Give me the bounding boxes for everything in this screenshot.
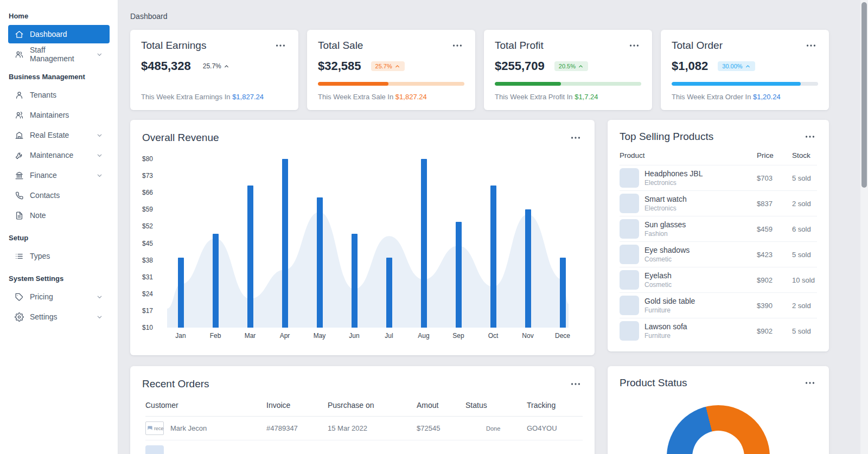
sidebar-item-note[interactable]: Note xyxy=(8,206,110,225)
sidebar-item-tenants[interactable]: Tenants xyxy=(8,86,110,104)
y-axis-tick-label: $31 xyxy=(142,273,153,281)
product-stock: 5 sold xyxy=(792,174,817,182)
progress-bar xyxy=(495,82,641,86)
footer-text: This Week Extra Sale In xyxy=(318,93,393,101)
top-selling-menu-button[interactable] xyxy=(803,130,817,144)
chevron-up-icon xyxy=(224,63,229,69)
sidebar-item-label: Staff Management xyxy=(30,46,90,63)
scrollbar-thumb[interactable] xyxy=(861,2,867,188)
sidebar-item-staff-management[interactable]: Staff Management xyxy=(8,45,110,63)
sidebar-item-dashboard[interactable]: Dashboard xyxy=(8,25,110,43)
product-price: $390 xyxy=(757,302,792,310)
revenue-bar-apr xyxy=(282,159,288,328)
product-info: Gold side tableFurniture xyxy=(644,297,757,314)
finance-icon xyxy=(15,171,24,180)
settings-icon xyxy=(15,312,24,322)
order-row[interactable]: receMark Jecon#478934715 Mar 2022$72545D… xyxy=(145,417,583,440)
product-name: Eyelash xyxy=(644,271,757,280)
product-name: Lawson sofa xyxy=(644,322,757,331)
product-info: Eye shadowsCosmetic xyxy=(644,246,757,263)
product-name: Sun glasses xyxy=(644,220,757,229)
stat-card-menu-button[interactable] xyxy=(627,39,641,53)
product-price: $423 xyxy=(757,251,792,259)
ellipsis-icon xyxy=(275,40,286,52)
revenue-bar-oct xyxy=(490,186,496,328)
maintenance-icon xyxy=(15,151,24,160)
overall-revenue-menu-button[interactable] xyxy=(569,131,583,145)
product-category: Fashion xyxy=(644,230,757,238)
footer-amount: $1,7.24 xyxy=(575,93,598,101)
product-thumbnail xyxy=(620,296,639,315)
product-stock: 10 sold xyxy=(792,276,817,284)
product-row-gold-side-table[interactable]: Gold side tableFurniture$3902 sold xyxy=(620,292,817,318)
product-row-sun-glasses[interactable]: Sun glassesFashion$4596 sold xyxy=(620,216,817,241)
product-thumbnail xyxy=(620,168,639,188)
sidebar-item-maintenance[interactable]: Maintenance xyxy=(8,146,110,164)
stat-card-total-order: Total Order$1,08230.00%This Week Extra O… xyxy=(661,30,829,110)
product-stock: 5 sold xyxy=(792,327,817,335)
y-axis-tick-label: $73 xyxy=(142,172,153,180)
chevron-down-icon xyxy=(96,132,103,139)
sidebar-item-label: Dashboard xyxy=(30,30,67,39)
recent-orders-title: Recent Orders xyxy=(142,378,209,390)
order-customer-cell: receMark Jecon xyxy=(145,421,266,435)
sidebar-section-header-home: Home xyxy=(0,8,118,23)
product-row-eye-shadows[interactable]: Eye shadowsCosmetic$4235 sold xyxy=(620,241,817,267)
product-row-headphones-jbl[interactable]: Headphones JBLElectronics$7035 sold xyxy=(620,165,817,190)
ellipsis-icon xyxy=(804,377,816,389)
column-stock: Stock xyxy=(792,151,817,159)
ellipsis-icon xyxy=(570,132,582,144)
stat-card-value: $32,585 xyxy=(318,59,361,73)
stat-card-footer: This Week Extra Profit In $1,7.24 xyxy=(495,93,641,101)
product-stock: 6 sold xyxy=(792,225,817,233)
product-category: Furniture xyxy=(644,306,757,314)
orders-column-customer: Customer xyxy=(145,401,266,410)
product-info: EyelashCosmetic xyxy=(644,271,757,289)
progress-bar xyxy=(318,82,464,86)
sidebar-item-settings[interactable]: Settings xyxy=(8,308,110,326)
footer-text: This Week Extra Order In xyxy=(672,93,751,101)
product-row-smart-watch[interactable]: Smart watchElectronics$8372 sold xyxy=(620,190,817,216)
product-name: Smart watch xyxy=(644,195,757,203)
product-status-menu-button[interactable] xyxy=(803,376,817,390)
sidebar-item-real-estate[interactable]: Real Estate xyxy=(8,126,110,144)
ellipsis-icon xyxy=(570,378,582,390)
stat-card-menu-button[interactable] xyxy=(273,39,288,53)
y-axis-tick-label: $66 xyxy=(142,189,153,196)
stat-card-title: Total Profit xyxy=(495,40,544,52)
sidebar-item-contacts[interactable]: Contacts xyxy=(8,186,110,204)
chevron-up-icon xyxy=(745,63,751,69)
y-axis-tick-label: $52 xyxy=(142,222,153,230)
products-table-header: ProductPriceStock xyxy=(620,144,817,165)
progress-fill xyxy=(318,82,388,86)
product-row-lawson-sofa[interactable]: Lawson sofaFurniture$9025 sold xyxy=(620,318,817,343)
stat-card-menu-button[interactable] xyxy=(804,39,818,53)
footer-text: This Week Extra Profit In xyxy=(495,93,573,101)
recent-orders-menu-button[interactable] xyxy=(569,377,583,391)
stat-card-value: $485,328 xyxy=(141,59,191,73)
stat-card-menu-button[interactable] xyxy=(450,39,464,53)
y-axis-tick-label: $38 xyxy=(142,257,153,264)
recent-orders-card: Recent Orders CustomerInvoicePusrchase o… xyxy=(130,366,595,454)
staff-icon xyxy=(15,50,24,59)
sidebar-item-maintainers[interactable]: Maintainers xyxy=(8,106,110,124)
product-row-eyelash[interactable]: EyelashCosmetic$90210 sold xyxy=(620,267,817,292)
stat-card-total-profit: Total Profit$255,70920.5%This Week Extra… xyxy=(484,30,652,110)
x-axis-tick-label: Jul xyxy=(385,332,393,340)
types-icon xyxy=(15,252,24,261)
ellipsis-icon xyxy=(804,131,816,143)
x-axis-tick-label: Apr xyxy=(280,332,290,340)
app-root: HomeDashboardStaff ManagementBusiness Ma… xyxy=(0,0,868,454)
product-category: Electronics xyxy=(644,179,757,187)
revenue-bar-aug xyxy=(421,159,427,328)
breadcrumb: Dashboard xyxy=(130,12,841,21)
sidebar-item-label: Finance xyxy=(30,171,57,180)
footer-amount: $1,20.24 xyxy=(753,93,781,101)
sidebar-item-finance[interactable]: Finance xyxy=(8,166,110,184)
sidebar-item-label: Pricing xyxy=(30,292,53,301)
sidebar-item-pricing[interactable]: Pricing xyxy=(8,287,110,306)
sidebar-item-label: Maintenance xyxy=(30,151,73,159)
page-scrollbar[interactable] xyxy=(860,0,868,454)
sidebar-item-types[interactable]: Types xyxy=(8,247,110,265)
orders-column-pusrchase-on: Pusrchase on xyxy=(328,401,417,410)
